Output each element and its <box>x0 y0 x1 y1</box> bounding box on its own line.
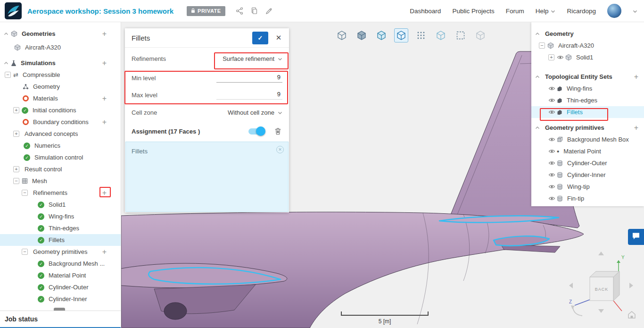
tree-item-aircraft-a320[interactable]: −Aircraft-A320 <box>531 40 644 51</box>
view-transparent-button[interactable] <box>434 28 448 42</box>
collapse-caret-icon[interactable] <box>535 32 540 35</box>
app-logo-icon[interactable] <box>5 2 22 19</box>
tree-item-wing-fins[interactable]: Wing-fins <box>531 83 644 94</box>
view-shaded-button[interactable] <box>355 28 369 42</box>
edit-icon[interactable] <box>265 8 272 15</box>
tree-item-wing-tip[interactable]: Wing-tip <box>531 181 644 193</box>
add-button[interactable]: + <box>100 118 108 126</box>
tree-item-materials[interactable]: Materials+ <box>0 93 121 104</box>
view-vertices-button[interactable] <box>414 28 428 42</box>
max-level-input[interactable]: 9 <box>216 91 282 100</box>
expand-toggle-icon[interactable]: + <box>548 54 554 60</box>
nav-forum[interactable]: Forum <box>506 8 524 15</box>
eye-icon[interactable] <box>548 109 555 115</box>
eye-icon[interactable] <box>548 160 555 166</box>
apply-button[interactable]: ✓ <box>252 32 268 44</box>
project-title[interactable]: Aerospace workshop: Session 3 homework <box>27 7 173 15</box>
nav-public-projects[interactable]: Public Projects <box>452 8 494 15</box>
tree-item-mesh[interactable]: −Mesh <box>0 175 121 187</box>
collapse-toggle-icon[interactable]: − <box>539 42 545 49</box>
tree-item-fillets[interactable]: Fillets <box>531 106 644 118</box>
eye-icon[interactable] <box>548 98 555 103</box>
navcube-right-arrow[interactable] <box>629 283 633 288</box>
add-button[interactable]: + <box>100 30 108 38</box>
collapse-toggle-icon[interactable]: − <box>22 190 28 196</box>
tree-item-geometry-primitives[interactable]: Geometry primitives+ <box>531 122 644 134</box>
eye-icon[interactable] <box>548 86 555 91</box>
tree-item-wing-fins[interactable]: ✓Wing-fins <box>0 210 121 222</box>
tree-item-result-control[interactable]: +Result control <box>0 163 121 175</box>
tree-item-simulations[interactable]: Simulations+ <box>0 57 121 69</box>
add-button[interactable]: + <box>100 189 108 197</box>
eye-icon[interactable] <box>548 172 555 177</box>
tree-item-cylinder-outer[interactable]: Cylinder-Outer <box>531 157 644 169</box>
delete-assignment-icon[interactable] <box>273 126 282 136</box>
navcube-roll-left-arrow[interactable] <box>571 305 582 316</box>
tree-item-geometry[interactable]: Geometry <box>531 28 644 40</box>
expand-toggle-icon[interactable]: + <box>13 131 19 137</box>
assignment-toggle[interactable] <box>248 128 264 135</box>
tree-item-thin-edges[interactable]: ✓Thin-edges <box>0 222 121 234</box>
add-button[interactable]: + <box>632 124 640 132</box>
tree-item-solid1[interactable]: +Solid1 <box>531 51 644 63</box>
collapse-toggle-icon[interactable]: − <box>22 249 28 255</box>
eye-icon[interactable] <box>548 137 555 142</box>
user-avatar[interactable] <box>607 4 621 18</box>
eye-icon[interactable] <box>557 55 564 60</box>
tree-item-material-point[interactable]: •Material Point <box>531 145 644 157</box>
account-chevron-icon[interactable] <box>633 8 637 15</box>
navcube-left-arrow[interactable] <box>569 283 573 288</box>
collapse-caret-icon[interactable] <box>535 75 540 78</box>
navcube-up-arrow[interactable] <box>598 252 604 255</box>
tree-item-cylinder-outer[interactable]: ✓Cylinder-Outer <box>0 281 121 293</box>
navcube-body[interactable]: BACK <box>590 271 619 301</box>
eye-icon[interactable] <box>548 149 555 154</box>
tree-item-geometry[interactable]: Geometry <box>0 81 121 93</box>
tree-item-solid1[interactable]: ✓Solid1 <box>0 199 121 210</box>
navigation-cube[interactable]: Y Z BACK <box>563 248 639 323</box>
tree-item-simulation-control[interactable]: ✓Simulation control <box>0 151 121 163</box>
add-button[interactable]: + <box>100 94 108 103</box>
eye-icon[interactable] <box>548 196 555 201</box>
close-panel-button[interactable]: ✕ <box>272 32 285 44</box>
nav-dashboard[interactable]: Dashboard <box>410 8 441 15</box>
tree-item-compressible[interactable]: −⇄Compressible <box>0 69 121 81</box>
tree-item-topological-entity-sets[interactable]: Topological Entity Sets+ <box>531 71 644 83</box>
collapse-caret-icon[interactable] <box>4 32 8 35</box>
chat-button[interactable] <box>628 229 644 245</box>
tree-item-geometry-primitives[interactable]: −Geometry primitives+ <box>0 246 121 258</box>
nav-help[interactable]: Help <box>536 8 556 15</box>
tree-item-fillets[interactable]: ✓Fillets <box>0 234 121 246</box>
tree-item-cylinder-inner[interactable]: Cylinder-Inner <box>531 169 644 181</box>
tree-item-cylinder-inner[interactable]: ✓Cylinder-Inner <box>0 293 121 305</box>
eye-icon[interactable] <box>548 184 555 189</box>
add-button[interactable]: + <box>100 59 108 67</box>
copy-icon[interactable] <box>251 7 258 15</box>
share-icon[interactable] <box>236 7 243 15</box>
tree-item-geometries[interactable]: Geometries+ <box>0 28 121 40</box>
tree-item-aircraft-a320[interactable]: Aircraft-A320 <box>0 42 121 53</box>
tree-item-refinements[interactable]: −Refinements+ <box>0 187 121 199</box>
collapse-toggle-icon[interactable]: − <box>13 178 19 184</box>
tree-item-material-point[interactable]: ✓Material Point <box>0 269 121 281</box>
collapse-caret-icon[interactable] <box>4 61 8 65</box>
job-status-bar[interactable]: Job status <box>0 311 121 328</box>
view-isometric-button[interactable] <box>335 28 349 42</box>
remove-assignment-icon[interactable]: ✕ <box>276 146 284 153</box>
collapse-caret-icon[interactable] <box>535 126 540 129</box>
tree-item-advanced-concepts[interactable]: +Advanced concepts <box>0 128 121 140</box>
expand-toggle-icon[interactable]: + <box>13 166 19 172</box>
refinement-type-dropdown[interactable]: Surface refinement <box>223 55 282 62</box>
tree-item-numerics[interactable]: ✓Numerics <box>0 140 121 151</box>
home-icon[interactable] <box>628 311 635 318</box>
collapse-toggle-icon[interactable]: − <box>5 72 11 78</box>
view-solid-button[interactable] <box>394 28 408 42</box>
tree-item-fin-tip[interactable]: Fin-tip <box>531 193 644 204</box>
add-button[interactable]: + <box>632 73 640 81</box>
view-mesh-off-button[interactable] <box>473 28 487 42</box>
tree-item-background-mesh[interactable]: ✓Background Mesh ... <box>0 258 121 269</box>
tree-item-thin-edges[interactable]: Thin-edges <box>531 94 644 106</box>
box-select-button[interactable] <box>454 28 468 42</box>
expand-toggle-icon[interactable]: + <box>13 107 19 113</box>
view-shaded-edges-button[interactable] <box>374 28 388 42</box>
